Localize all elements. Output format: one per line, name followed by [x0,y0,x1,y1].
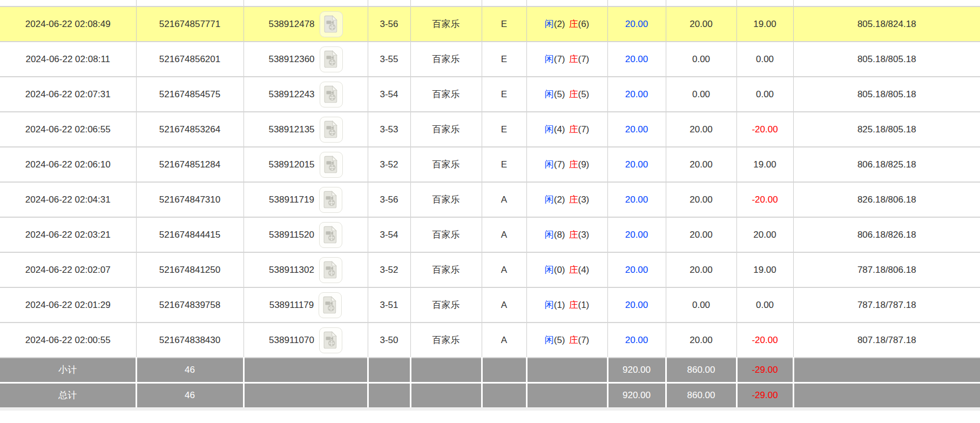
video-record-icon [323,226,338,244]
game-name: 百家乐 [410,112,482,147]
bet-time: 2024-06-22 02:01:29 [0,287,136,323]
bet-amount: 20.00 [607,252,666,287]
bet-record-row[interactable]: 2024-06-22 02:03:21 521674844415 5389115… [0,217,980,252]
win-loss: 0.00 [736,42,793,77]
empty-cell [793,358,980,382]
zone-label: E [482,42,526,77]
banker-score: (7) [578,335,590,345]
banker-score: (6) [578,19,590,29]
banker-result-label: 庄 [569,230,578,240]
bet-record-row[interactable]: 2024-06-22 02:06:55 521674853264 5389121… [0,112,980,147]
banker-result-label: 庄 [569,54,578,64]
video-record-button[interactable] [319,327,342,353]
bet-amount: 20.00 [607,287,666,323]
game-result: 闲(7)庄(7) [526,42,607,77]
valid-amount: 20.00 [666,182,736,217]
grand-total-label: 总计 [0,382,136,407]
bet-time: 2024-06-22 02:03:21 [0,217,136,252]
subtotal-valid-total: 860.00 [666,358,736,382]
round-id: 538912478 [268,19,314,30]
banker-result-label: 庄 [569,89,578,99]
game-result: 闲(1)庄(1) [526,287,607,323]
zone-label: A [482,252,526,287]
banker-result-label: 庄 [569,159,578,170]
bet-record-row[interactable]: 2024-06-22 02:06:10 521674851284 5389120… [0,147,980,182]
game-name: 百家乐 [410,182,482,217]
bet-record-row[interactable]: 2024-06-22 02:07:31 521674854575 5389122… [0,77,980,112]
bet-record-row[interactable]: 2024-06-22 02:01:29 521674839758 5389111… [0,287,980,323]
table-round: 3-50 [368,323,410,358]
valid-amount: 0.00 [666,42,736,77]
video-record-icon [323,331,338,349]
balance-before-after: 806.18/826.18 [793,217,980,252]
bet-id: 521674847310 [136,182,244,217]
bet-amount: 20.00 [607,6,666,42]
bet-id: 521674857771 [136,6,244,42]
win-loss: -20.00 [736,323,793,358]
video-record-button[interactable] [319,257,342,283]
valid-amount: 20.00 [666,6,736,42]
bet-time: 2024-06-22 02:06:55 [0,112,136,147]
player-result-label: 闲 [545,194,554,205]
video-record-button[interactable] [319,222,342,248]
game-name: 百家乐 [410,147,482,182]
table-round: 3-52 [368,252,410,287]
video-record-button[interactable] [320,46,343,72]
balance-before-after: 806.18/825.18 [793,147,980,182]
bet-id: 521674856201 [136,42,244,77]
video-record-button[interactable] [320,11,343,37]
table-round: 3-54 [368,217,410,252]
banker-score: (3) [578,230,590,240]
clipped-row-top [0,0,980,6]
banker-result-label: 庄 [569,19,578,29]
empty-cell [482,382,526,407]
zone-label: A [482,182,526,217]
banker-score: (9) [578,159,590,170]
bet-id: 521674854575 [136,77,244,112]
bet-record-row[interactable]: 2024-06-22 02:08:49 521674857771 5389124… [0,6,980,42]
empty-cell [482,358,526,382]
valid-amount: 0.00 [666,77,736,112]
valid-amount: 20.00 [666,112,736,147]
banker-score: (3) [578,194,590,205]
bet-record-row[interactable]: 2024-06-22 02:08:11 521674856201 5389123… [0,42,980,77]
table-round: 3-52 [368,147,410,182]
bet-time: 2024-06-22 02:04:31 [0,182,136,217]
empty-cell [793,382,980,407]
round-id-cell: 538911179 [244,287,368,323]
banker-result-label: 庄 [569,335,578,345]
video-record-button[interactable] [319,187,342,213]
round-id: 538911070 [269,335,314,346]
page-bottom-strip [0,407,980,411]
bet-amount: 20.00 [607,77,666,112]
table-round: 3-51 [368,287,410,323]
video-record-button[interactable] [319,292,342,318]
banker-result-label: 庄 [569,265,578,275]
video-record-button[interactable] [320,117,343,143]
empty-cell [244,382,368,407]
subtotal-count: 46 [136,358,244,382]
player-result-label: 闲 [545,335,554,345]
subtotal-bet-total: 920.00 [607,358,666,382]
player-result-label: 闲 [545,54,554,64]
table-round: 3-54 [368,77,410,112]
round-id-cell: 538912243 [244,77,368,112]
bet-record-row[interactable]: 2024-06-22 02:02:07 521674841250 5389113… [0,252,980,287]
round-id-cell: 538911070 [244,323,368,358]
banker-score: (4) [578,265,590,275]
bet-record-row[interactable]: 2024-06-22 02:04:31 521674847310 5389117… [0,182,980,217]
player-score: (1) [554,300,565,310]
bet-time: 2024-06-22 02:08:11 [0,42,136,77]
round-id-cell: 538912015 [244,147,368,182]
win-loss: 20.00 [736,217,793,252]
video-record-button[interactable] [320,152,343,178]
game-result: 闲(2)庄(3) [526,182,607,217]
bet-record-row[interactable]: 2024-06-22 02:00:55 521674838430 5389110… [0,323,980,358]
video-record-button[interactable] [320,82,343,108]
bet-time: 2024-06-22 02:02:07 [0,252,136,287]
game-result: 闲(4)庄(7) [526,112,607,147]
valid-amount: 20.00 [666,252,736,287]
bet-id: 521674853264 [136,112,244,147]
player-result-label: 闲 [545,159,554,170]
balance-before-after: 826.18/806.18 [793,182,980,217]
